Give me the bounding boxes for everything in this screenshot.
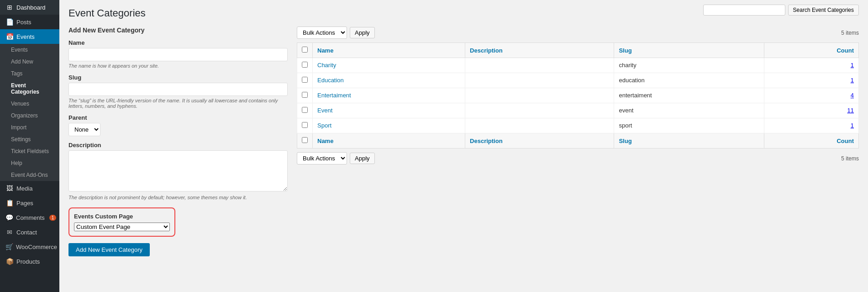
select-all-footer-checkbox[interactable]	[302, 137, 308, 143]
sidebar-item-organizers[interactable]: Organizers	[0, 110, 59, 122]
parent-row: Parent None	[68, 114, 288, 136]
slug-row: Slug The “slug” is the URL-friendly vers…	[68, 74, 288, 109]
sidebar-item-add-new[interactable]: Add New	[0, 56, 59, 68]
items-count-top: 5 items	[841, 30, 859, 36]
row-checkbox-cell	[297, 73, 313, 88]
categories-table-panel: Bulk Actions Apply 5 items Name Descript…	[297, 27, 859, 256]
slug-input[interactable]	[68, 83, 288, 96]
row-checkbox[interactable]	[302, 92, 308, 98]
row-checkbox[interactable]	[302, 122, 308, 128]
sidebar-item-products[interactable]: 📦 Products	[0, 254, 59, 269]
sidebar-item-label: Events	[16, 33, 35, 40]
table-header-row: Name Description Slug Count	[297, 43, 859, 58]
sidebar-item-posts[interactable]: 📄 Posts	[0, 15, 59, 29]
row-checkbox[interactable]	[302, 107, 308, 113]
bulk-actions-select-bottom[interactable]: Bulk Actions	[297, 152, 347, 165]
count-link[interactable]: 1	[851, 77, 854, 84]
footer-slug[interactable]: Slug	[614, 133, 764, 149]
submenu-label: Event Categories	[11, 82, 54, 95]
parent-select[interactable]: None	[68, 123, 100, 136]
row-slug-cell: charity	[614, 58, 764, 73]
custom-page-select[interactable]: Custom Event Page	[74, 223, 170, 231]
contact-icon: ✉	[5, 228, 14, 236]
sidebar-item-pages[interactable]: 📋 Pages	[0, 196, 59, 210]
row-description-cell	[465, 88, 614, 103]
select-all-checkbox[interactable]	[302, 47, 308, 53]
events-icon: 📅	[5, 33, 14, 40]
row-name-cell: Sport	[313, 118, 465, 133]
category-name-link[interactable]: Education	[317, 77, 344, 84]
header-count[interactable]: Count	[764, 43, 859, 58]
sidebar-item-event-addons[interactable]: Event Add-Ons	[0, 169, 59, 181]
table-foot: Name Description Slug Count	[297, 133, 859, 149]
search-event-categories-button[interactable]: Search Event Categories	[788, 5, 859, 16]
woocommerce-icon: 🛒	[5, 243, 13, 250]
sidebar-item-contact[interactable]: ✉ Contact	[0, 225, 59, 239]
apply-button-top[interactable]: Apply	[350, 27, 375, 38]
footer-count[interactable]: Count	[764, 133, 859, 149]
sidebar-item-tags[interactable]: Tags	[0, 68, 59, 80]
sidebar-item-venues[interactable]: Venues	[0, 98, 59, 110]
count-link[interactable]: 4	[851, 92, 854, 99]
products-icon: 📦	[5, 258, 14, 265]
category-name-link[interactable]: Sport	[317, 122, 331, 129]
header-slug[interactable]: Slug	[614, 43, 764, 58]
footer-checkbox-col	[297, 133, 313, 149]
header-name[interactable]: Name	[313, 43, 465, 58]
sidebar-item-settings[interactable]: Settings	[0, 133, 59, 145]
sidebar: ⊞ Dashboard 📄 Posts 📅 Events Events Add …	[0, 0, 59, 292]
submenu-label: Add New	[11, 58, 33, 65]
submenu-label: Tags	[11, 70, 22, 77]
sidebar-item-woocommerce[interactable]: 🛒 WooCommerce	[0, 239, 59, 254]
count-link[interactable]: 11	[847, 107, 854, 114]
sidebar-item-media[interactable]: 🖼 Media	[0, 181, 59, 196]
sidebar-item-events[interactable]: 📅 Events	[0, 29, 59, 44]
sidebar-item-dashboard[interactable]: ⊞ Dashboard	[0, 0, 59, 15]
slug-label: Slug	[68, 74, 288, 81]
content-layout: Add New Event Category Name The name is …	[68, 27, 859, 256]
name-input[interactable]	[68, 48, 288, 61]
sidebar-item-label: Dashboard	[16, 4, 46, 11]
table-toolbar-bottom: Bulk Actions Apply 5 items	[297, 152, 859, 165]
category-name-link[interactable]: Event	[317, 107, 332, 114]
category-name-link[interactable]: Charity	[317, 62, 336, 69]
submenu-label: Settings	[11, 136, 31, 143]
table-toolbar-top: Bulk Actions Apply 5 items	[297, 27, 859, 39]
bulk-actions-select-top[interactable]: Bulk Actions	[297, 27, 347, 39]
description-hint: The description is not prominent by defa…	[68, 195, 288, 200]
table-row: Charity charity 1	[297, 58, 859, 73]
bulk-actions-top: Bulk Actions Apply	[297, 27, 375, 39]
dashboard-icon: ⊞	[5, 4, 14, 11]
media-icon: 🖼	[5, 185, 14, 192]
count-link[interactable]: 1	[851, 122, 854, 129]
row-slug-cell: sport	[614, 118, 764, 133]
sidebar-item-comments[interactable]: 💬 Comments 1	[0, 210, 59, 225]
comments-badge: 1	[49, 215, 57, 221]
sidebar-item-label: WooCommerce	[16, 244, 57, 250]
row-checkbox-cell	[297, 58, 313, 73]
row-checkbox[interactable]	[302, 62, 308, 68]
search-event-categories-input[interactable]	[703, 5, 785, 16]
sidebar-item-import[interactable]: Import	[0, 122, 59, 133]
sidebar-item-label: Contact	[16, 229, 37, 236]
row-count-cell: 11	[764, 103, 859, 118]
row-description-cell	[465, 118, 614, 133]
row-name-cell: Event	[313, 103, 465, 118]
header-description[interactable]: Description	[465, 43, 614, 58]
submenu-label: Import	[11, 124, 26, 131]
apply-button-bottom[interactable]: Apply	[350, 153, 375, 164]
sidebar-item-label: Posts	[16, 19, 32, 26]
category-name-link[interactable]: Entertaiment	[317, 92, 351, 99]
bulk-actions-bottom: Bulk Actions Apply	[297, 152, 375, 165]
add-new-event-category-button[interactable]: Add New Event Category	[68, 243, 150, 256]
name-hint: The name is how it appears on your site.	[68, 63, 288, 69]
sidebar-item-help[interactable]: Help	[0, 157, 59, 169]
row-checkbox[interactable]	[302, 77, 308, 83]
footer-description[interactable]: Description	[465, 133, 614, 149]
sidebar-item-event-categories[interactable]: Event Categories	[0, 80, 59, 98]
description-textarea[interactable]	[68, 150, 288, 191]
count-link[interactable]: 1	[851, 62, 854, 69]
footer-name[interactable]: Name	[313, 133, 465, 149]
sidebar-item-events-list[interactable]: Events	[0, 44, 59, 56]
sidebar-item-ticket-fieldsets[interactable]: Ticket Fieldsets	[0, 145, 59, 157]
